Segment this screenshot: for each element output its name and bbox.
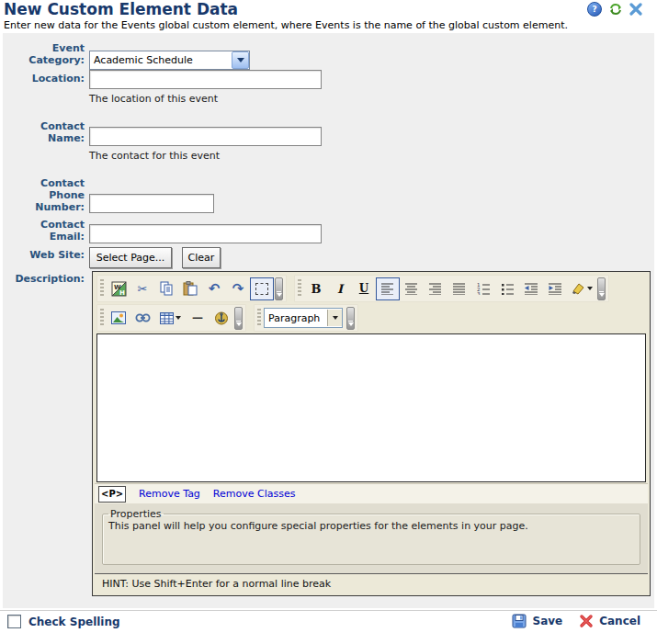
select-all-icon	[255, 283, 268, 295]
refresh-icon[interactable]	[608, 3, 623, 16]
svg-text:3: 3	[477, 291, 481, 295]
insert-table-button[interactable]	[154, 307, 186, 330]
select-page-button[interactable]: Select Page...	[89, 247, 172, 268]
justify-button[interactable]	[447, 277, 471, 300]
chevron-down-icon	[176, 316, 181, 320]
insert-image-button[interactable]	[107, 307, 130, 330]
cancel-icon	[579, 614, 594, 628]
copy-icon	[159, 281, 174, 296]
toolbar-drag-handle[interactable]	[298, 279, 301, 298]
horizontal-rule-button[interactable]: —	[186, 307, 210, 330]
ordered-list-icon: 123	[477, 282, 491, 295]
contact-name-input[interactable]	[89, 127, 322, 146]
paste-button[interactable]	[178, 277, 202, 300]
footer-divider	[0, 610, 657, 611]
location-label: Location:	[4, 73, 85, 85]
styles-dropdown-button[interactable]	[567, 277, 596, 300]
editor-hint-bar: HINT: Use Shift+Enter for a normal line …	[95, 573, 648, 593]
contact-email-label: Contact Email:	[20, 219, 85, 243]
image-icon	[111, 311, 126, 324]
toolbar-overflow-button[interactable]	[346, 307, 355, 330]
toolbar-style-group: Paragraph	[254, 304, 358, 332]
contact-phone-label: Contact Phone Number:	[29, 177, 85, 213]
outdent-icon	[525, 283, 538, 295]
toolbar-insert-group: —	[96, 304, 246, 332]
save-icon	[512, 614, 527, 628]
table-icon	[160, 312, 174, 324]
paragraph-style-value: Paragraph	[265, 312, 327, 324]
save-button[interactable]: Save	[506, 614, 568, 628]
paragraph-style-combobox[interactable]: Paragraph	[264, 308, 343, 328]
indent-icon	[549, 283, 562, 295]
justify-icon	[453, 283, 466, 295]
wysiwyg-html-toggle-button[interactable]: W H	[107, 277, 130, 300]
help-icon[interactable]: ?	[587, 2, 602, 17]
location-help-text: The location of this event	[89, 93, 218, 105]
toolbar-drag-handle[interactable]	[100, 309, 104, 327]
highlight-icon	[572, 282, 585, 295]
properties-legend: Properties	[108, 508, 164, 520]
bold-button[interactable]: B	[304, 277, 328, 300]
horizontal-rule-icon: —	[192, 311, 203, 324]
event-category-label: Event Category:	[20, 42, 85, 66]
close-icon[interactable]	[629, 3, 642, 16]
ordered-list-button[interactable]: 123	[471, 277, 495, 300]
remove-tag-link[interactable]: Remove Tag	[139, 488, 200, 500]
cut-button[interactable]: ✂	[130, 277, 154, 300]
select-all-button[interactable]	[250, 277, 274, 300]
underline-icon: U	[359, 282, 368, 295]
hyperlink-button[interactable]	[130, 307, 154, 330]
tag-path-button[interactable]: <P>	[98, 486, 126, 503]
check-spelling-label: Check Spelling	[28, 616, 120, 628]
page-title: New Custom Element Data	[4, 0, 238, 18]
align-left-button[interactable]	[376, 277, 400, 300]
bullet-list-button[interactable]	[495, 277, 519, 300]
contact-phone-input[interactable]	[89, 194, 214, 213]
page-subtitle: Enter new data for the Events global cus…	[4, 19, 568, 31]
redo-icon: ↷	[232, 280, 244, 297]
wysiwyg-html-toggle-icon: W H	[111, 281, 127, 297]
check-spelling-checkbox[interactable]	[7, 615, 21, 628]
contact-name-help-text: The contact for this event	[89, 150, 220, 162]
editor-content-area[interactable]	[96, 333, 646, 482]
undo-icon: ↶	[209, 280, 221, 297]
cancel-button[interactable]: Cancel	[573, 614, 646, 628]
save-label: Save	[532, 615, 562, 627]
toolbar-format-group: B I U	[294, 275, 609, 302]
anchor-icon	[214, 311, 229, 325]
toolbar-overflow-button[interactable]	[275, 277, 283, 300]
cut-icon: ✂	[138, 282, 148, 296]
chevron-down-icon	[327, 310, 342, 326]
chevron-down-icon	[587, 287, 593, 290]
contact-email-input[interactable]	[89, 224, 322, 243]
undo-button[interactable]: ↶	[202, 277, 226, 300]
align-right-button[interactable]	[424, 277, 447, 300]
event-category-value: Academic Schedule	[90, 54, 232, 66]
remove-classes-link[interactable]: Remove Classes	[213, 488, 296, 500]
window-controls: ?	[587, 2, 642, 17]
redo-button[interactable]: ↷	[226, 277, 250, 300]
anchor-button[interactable]	[210, 307, 233, 330]
properties-fieldset: Properties This panel will help you conf…	[102, 508, 640, 565]
properties-text: This panel will help you configure speci…	[108, 520, 634, 532]
check-spelling-control[interactable]: Check Spelling	[7, 615, 120, 628]
indent-button[interactable]	[543, 277, 567, 300]
align-right-icon	[429, 283, 442, 295]
toolbar-drag-handle[interactable]	[100, 279, 104, 298]
align-center-icon	[405, 283, 418, 295]
underline-button[interactable]: U	[352, 277, 376, 300]
align-center-button[interactable]	[400, 277, 424, 300]
toolbar-drag-handle[interactable]	[257, 309, 261, 327]
italic-button[interactable]: I	[328, 277, 352, 300]
toolbar-overflow-button[interactable]	[597, 277, 606, 300]
location-input[interactable]	[89, 70, 322, 89]
toolbar-overflow-button[interactable]	[234, 307, 243, 330]
copy-button[interactable]	[154, 277, 178, 300]
align-left-icon	[381, 283, 394, 295]
editor-toolbar-row-1: W H ✂	[95, 274, 648, 303]
clear-button[interactable]: Clear	[182, 247, 221, 268]
toolbar-clipboard-group: W H ✂	[96, 275, 287, 302]
chevron-down-icon	[232, 51, 249, 69]
event-category-select[interactable]: Academic Schedule	[89, 51, 250, 70]
outdent-button[interactable]	[519, 277, 543, 300]
